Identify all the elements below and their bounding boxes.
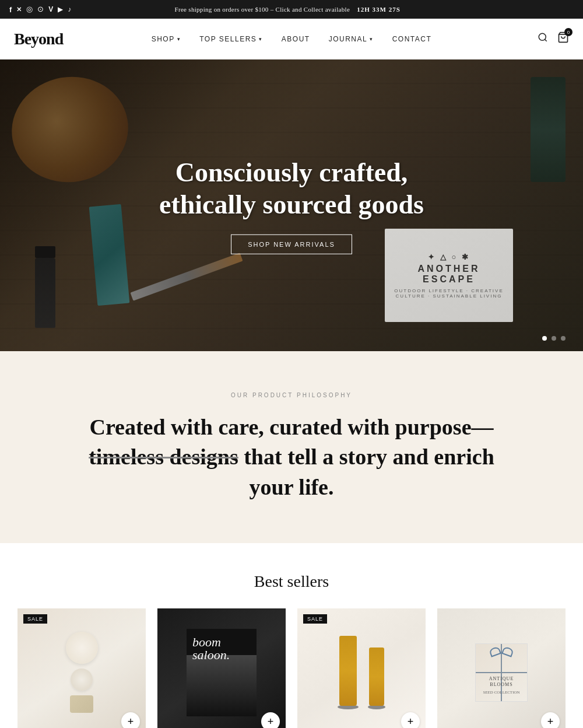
countdown-timer: 12H 33M 27S — [357, 6, 401, 13]
chevron-down-icon: ▾ — [259, 36, 263, 42]
skincare-bag — [70, 695, 93, 713]
philosophy-text: Created with care, curated with purpose—… — [87, 412, 496, 502]
hero-dot-1[interactable] — [542, 336, 547, 341]
products-grid: SALE + HARVEST SKINCARE Harvest Skincare… — [12, 608, 571, 728]
chevron-down-icon: ▾ — [370, 36, 374, 42]
nav-journal[interactable]: JOURNAL ▾ — [329, 35, 374, 43]
cart-icon[interactable]: 0 — [557, 32, 569, 46]
best-sellers-title: Best sellers — [12, 572, 571, 591]
gift-visual: ANTIQUE BLOOMS SEED COLLECTION — [475, 643, 528, 702]
site-header: Beyond SHOP ▾ TOP SELLERS ▾ ABOUT JOURNA… — [0, 19, 583, 60]
instagram-icon[interactable]: ◎ — [26, 5, 33, 14]
skincare-visual — [66, 632, 98, 713]
main-nav: SHOP ▾ TOP SELLERS ▾ ABOUT JOURNAL ▾ CON… — [152, 35, 432, 43]
sale-badge-3: SALE — [303, 614, 327, 624]
philosophy-text-part1: Created with care, curated with purpose— — [89, 415, 493, 439]
hero-carousel-dots — [542, 336, 566, 341]
add-to-cart-button-2[interactable]: + — [261, 712, 280, 728]
promo-message: Free shipping on orders over $100 – Clic… — [71, 6, 504, 13]
product-card-4[interactable]: ANTIQUE BLOOMS SEED COLLECTION + GRACE A… — [437, 608, 566, 728]
youtube-icon[interactable]: ▶ — [58, 5, 63, 14]
cart-count: 0 — [564, 28, 573, 36]
hero-content: Consciously crafted, ethically sourced g… — [146, 156, 437, 254]
svg-point-0 — [539, 33, 546, 40]
hero-dot-3[interactable] — [561, 336, 566, 341]
nav-contact[interactable]: CONTACT — [392, 35, 432, 43]
add-to-cart-button-4[interactable]: + — [541, 712, 560, 728]
skincare-disc-large — [66, 632, 98, 664]
product-card-1[interactable]: SALE + HARVEST SKINCARE Harvest Skincare… — [17, 608, 146, 728]
product-card-3[interactable]: SALE + ORÉ MI CANDLES Large Beeswax Cand… — [297, 608, 426, 728]
best-sellers-section: Best sellers SALE + HARVEST SKINCARE Har… — [0, 543, 583, 728]
philosophy-strikethrough: timeless designs — [89, 444, 238, 469]
magazine-visual: boom saloon. — [187, 629, 257, 716]
philosophy-section: OUR PRODUCT PHILOSOPHY Created with care… — [0, 351, 583, 543]
nav-shop[interactable]: SHOP ▾ — [152, 35, 181, 43]
sale-badge-1: SALE — [23, 614, 47, 624]
header-actions: 0 — [538, 32, 569, 46]
chevron-down-icon: ▾ — [177, 36, 181, 42]
product-card-2[interactable]: boom saloon. + BEYOND-THEME-3 Boom Saloo… — [157, 608, 286, 728]
philosophy-text-part2: that tell a story and enrich your life. — [238, 444, 494, 499]
site-logo[interactable]: Beyond — [14, 30, 63, 48]
vimeo-icon[interactable]: V — [48, 5, 53, 13]
product-image-3: SALE + — [297, 608, 426, 728]
product-image-1: SALE + — [17, 608, 146, 728]
candle-left — [339, 636, 357, 706]
candle-right — [369, 648, 384, 706]
hero-dot-2[interactable] — [552, 336, 556, 341]
hero-title: Consciously crafted, ethically sourced g… — [146, 156, 437, 220]
product-image-2: boom saloon. + — [157, 608, 286, 728]
product-image-4: ANTIQUE BLOOMS SEED COLLECTION + — [437, 608, 566, 728]
add-to-cart-button-3[interactable]: + — [401, 712, 420, 728]
philosophy-label: OUR PRODUCT PHILOSOPHY — [23, 392, 560, 398]
nav-top-sellers[interactable]: TOP SELLERS ▾ — [199, 35, 263, 43]
pinterest-icon[interactable]: ⊙ — [37, 5, 44, 14]
nav-about[interactable]: ABOUT — [282, 35, 310, 43]
search-icon[interactable] — [538, 32, 548, 46]
facebook-icon[interactable]: f — [9, 5, 12, 14]
skincare-disc-small — [71, 668, 93, 691]
add-to-cart-button-1[interactable]: + — [121, 712, 140, 728]
twitter-x-icon[interactable]: ✕ — [16, 6, 22, 13]
shop-new-arrivals-button[interactable]: SHOP NEW ARRIVALS — [231, 235, 352, 254]
svg-line-1 — [545, 39, 546, 41]
social-icons: f ✕ ◎ ⊙ V ▶ ♪ — [9, 5, 71, 14]
hero-section: ✦ △ ○ ✱ ANOTHER ESCAPE OUTDOOR LIFESTYLE… — [0, 60, 583, 351]
candle-visual — [338, 636, 385, 709]
top-bar: f ✕ ◎ ⊙ V ▶ ♪ Free shipping on orders ov… — [0, 0, 583, 19]
